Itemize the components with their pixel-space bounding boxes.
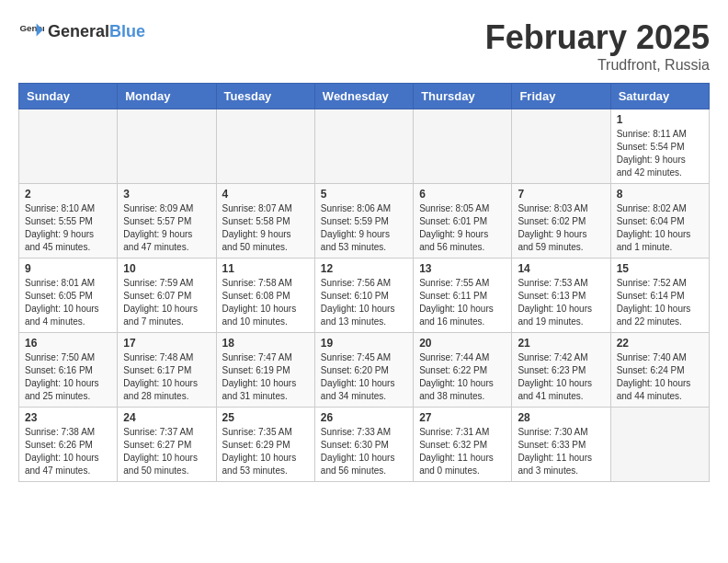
day-info: Sunrise: 7:30 AM Sunset: 6:33 PM Dayligh… — [518, 426, 604, 477]
calendar-cell: 27Sunrise: 7:31 AM Sunset: 6:32 PM Dayli… — [414, 408, 512, 482]
day-info: Sunrise: 8:01 AM Sunset: 6:05 PM Dayligh… — [25, 277, 111, 328]
calendar-cell: 12Sunrise: 7:56 AM Sunset: 6:10 PM Dayli… — [314, 259, 413, 333]
calendar-cell: 4Sunrise: 8:07 AM Sunset: 5:58 PM Daylig… — [216, 184, 314, 259]
day-number: 5 — [321, 188, 407, 201]
day-info: Sunrise: 8:11 AM Sunset: 5:54 PM Dayligh… — [617, 128, 703, 179]
day-number: 4 — [222, 188, 309, 201]
page-header: General GeneralBlue February 2025 Trudfr… — [18, 18, 710, 74]
day-number: 10 — [123, 262, 210, 275]
weekday-header-tuesday: Tuesday — [216, 84, 314, 109]
week-row-3: 9Sunrise: 8:01 AM Sunset: 6:05 PM Daylig… — [19, 259, 710, 333]
calendar-cell: 17Sunrise: 7:48 AM Sunset: 6:17 PM Dayli… — [118, 333, 216, 408]
day-number: 19 — [321, 337, 407, 350]
day-info: Sunrise: 7:56 AM Sunset: 6:10 PM Dayligh… — [321, 277, 407, 328]
calendar-cell: 6Sunrise: 8:05 AM Sunset: 6:01 PM Daylig… — [414, 184, 512, 259]
day-number: 26 — [321, 411, 407, 424]
calendar-cell — [19, 109, 118, 184]
day-number: 15 — [617, 262, 703, 275]
calendar-cell: 21Sunrise: 7:42 AM Sunset: 6:23 PM Dayli… — [512, 333, 610, 408]
day-info: Sunrise: 8:09 AM Sunset: 5:57 PM Dayligh… — [123, 202, 210, 254]
day-info: Sunrise: 7:35 AM Sunset: 6:29 PM Dayligh… — [222, 426, 309, 477]
day-info: Sunrise: 7:38 AM Sunset: 6:26 PM Dayligh… — [25, 426, 111, 477]
day-info: Sunrise: 7:44 AM Sunset: 6:22 PM Dayligh… — [419, 351, 506, 403]
calendar-cell: 1Sunrise: 8:11 AM Sunset: 5:54 PM Daylig… — [610, 109, 709, 184]
day-number: 28 — [518, 411, 604, 424]
day-number: 11 — [222, 262, 309, 275]
calendar-cell — [610, 408, 709, 482]
day-number: 24 — [123, 411, 210, 424]
calendar-cell: 5Sunrise: 8:06 AM Sunset: 5:59 PM Daylig… — [314, 184, 413, 259]
day-number: 18 — [222, 337, 309, 350]
day-number: 3 — [123, 188, 210, 201]
calendar-cell: 9Sunrise: 8:01 AM Sunset: 6:05 PM Daylig… — [19, 259, 118, 333]
day-number: 1 — [617, 113, 703, 126]
day-info: Sunrise: 7:52 AM Sunset: 6:14 PM Dayligh… — [617, 277, 703, 328]
day-info: Sunrise: 7:45 AM Sunset: 6:20 PM Dayligh… — [321, 351, 407, 403]
calendar-cell — [314, 109, 413, 184]
calendar-cell: 18Sunrise: 7:47 AM Sunset: 6:19 PM Dayli… — [216, 333, 314, 408]
day-number: 14 — [518, 262, 604, 275]
week-row-1: 1Sunrise: 8:11 AM Sunset: 5:54 PM Daylig… — [19, 109, 710, 184]
day-info: Sunrise: 7:59 AM Sunset: 6:07 PM Dayligh… — [123, 277, 210, 328]
calendar-cell: 2Sunrise: 8:10 AM Sunset: 5:55 PM Daylig… — [19, 184, 118, 259]
logo-icon: General — [18, 18, 44, 44]
calendar-cell: 22Sunrise: 7:40 AM Sunset: 6:24 PM Dayli… — [610, 333, 709, 408]
day-number: 6 — [419, 188, 506, 201]
calendar-cell: 11Sunrise: 7:58 AM Sunset: 6:08 PM Dayli… — [216, 259, 314, 333]
calendar-cell — [216, 109, 314, 184]
calendar-subtitle: Trudfront, Russia — [485, 57, 710, 74]
day-info: Sunrise: 8:05 AM Sunset: 6:01 PM Dayligh… — [419, 202, 506, 254]
calendar-cell: 14Sunrise: 7:53 AM Sunset: 6:13 PM Dayli… — [512, 259, 610, 333]
calendar-cell: 7Sunrise: 8:03 AM Sunset: 6:02 PM Daylig… — [512, 184, 610, 259]
day-number: 27 — [419, 411, 506, 424]
day-info: Sunrise: 7:37 AM Sunset: 6:27 PM Dayligh… — [123, 426, 210, 477]
day-number: 17 — [123, 337, 210, 350]
weekday-header-saturday: Saturday — [610, 84, 709, 109]
calendar-cell: 26Sunrise: 7:33 AM Sunset: 6:30 PM Dayli… — [314, 408, 413, 482]
calendar-cell: 15Sunrise: 7:52 AM Sunset: 6:14 PM Dayli… — [610, 259, 709, 333]
week-row-2: 2Sunrise: 8:10 AM Sunset: 5:55 PM Daylig… — [19, 184, 710, 259]
weekday-header-thursday: Thursday — [414, 84, 512, 109]
day-number: 13 — [419, 262, 506, 275]
day-info: Sunrise: 7:42 AM Sunset: 6:23 PM Dayligh… — [518, 351, 604, 403]
calendar-cell: 24Sunrise: 7:37 AM Sunset: 6:27 PM Dayli… — [118, 408, 216, 482]
weekday-header-sunday: Sunday — [19, 84, 118, 109]
day-info: Sunrise: 8:02 AM Sunset: 6:04 PM Dayligh… — [617, 202, 703, 254]
weekday-header-row: SundayMondayTuesdayWednesdayThursdayFrid… — [19, 84, 710, 109]
day-info: Sunrise: 8:10 AM Sunset: 5:55 PM Dayligh… — [25, 202, 111, 254]
day-info: Sunrise: 8:03 AM Sunset: 6:02 PM Dayligh… — [518, 202, 604, 254]
day-number: 9 — [25, 262, 111, 275]
logo-general-text: General — [48, 22, 109, 41]
day-number: 12 — [321, 262, 407, 275]
day-number: 21 — [518, 337, 604, 350]
logo-blue-text: Blue — [109, 22, 145, 41]
calendar-cell: 8Sunrise: 8:02 AM Sunset: 6:04 PM Daylig… — [610, 184, 709, 259]
calendar-cell — [414, 109, 512, 184]
day-number: 2 — [25, 188, 111, 201]
day-info: Sunrise: 8:06 AM Sunset: 5:59 PM Dayligh… — [321, 202, 407, 254]
day-info: Sunrise: 8:07 AM Sunset: 5:58 PM Dayligh… — [222, 202, 309, 254]
calendar-title: February 2025 — [485, 18, 710, 57]
day-info: Sunrise: 7:40 AM Sunset: 6:24 PM Dayligh… — [617, 351, 703, 403]
day-number: 7 — [518, 188, 604, 201]
weekday-header-wednesday: Wednesday — [314, 84, 413, 109]
day-number: 23 — [25, 411, 111, 424]
day-number: 8 — [617, 188, 703, 201]
day-info: Sunrise: 7:55 AM Sunset: 6:11 PM Dayligh… — [419, 277, 506, 328]
week-row-5: 23Sunrise: 7:38 AM Sunset: 6:26 PM Dayli… — [19, 408, 710, 482]
day-number: 22 — [617, 337, 703, 350]
day-info: Sunrise: 7:33 AM Sunset: 6:30 PM Dayligh… — [321, 426, 407, 477]
day-info: Sunrise: 7:48 AM Sunset: 6:17 PM Dayligh… — [123, 351, 210, 403]
calendar-cell: 20Sunrise: 7:44 AM Sunset: 6:22 PM Dayli… — [414, 333, 512, 408]
week-row-4: 16Sunrise: 7:50 AM Sunset: 6:16 PM Dayli… — [19, 333, 710, 408]
calendar-cell: 10Sunrise: 7:59 AM Sunset: 6:07 PM Dayli… — [118, 259, 216, 333]
day-number: 16 — [25, 337, 111, 350]
day-info: Sunrise: 7:31 AM Sunset: 6:32 PM Dayligh… — [419, 426, 506, 477]
weekday-header-monday: Monday — [118, 84, 216, 109]
weekday-header-friday: Friday — [512, 84, 610, 109]
day-number: 20 — [419, 337, 506, 350]
calendar-cell: 16Sunrise: 7:50 AM Sunset: 6:16 PM Dayli… — [19, 333, 118, 408]
calendar-cell: 28Sunrise: 7:30 AM Sunset: 6:33 PM Dayli… — [512, 408, 610, 482]
calendar-cell: 13Sunrise: 7:55 AM Sunset: 6:11 PM Dayli… — [414, 259, 512, 333]
day-number: 25 — [222, 411, 309, 424]
